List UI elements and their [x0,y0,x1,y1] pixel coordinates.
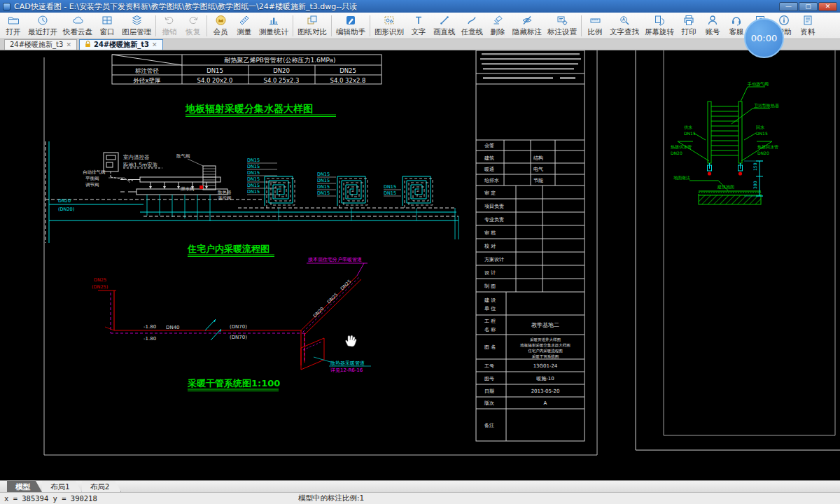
svg-text:建 设: 建 设 [484,298,496,303]
text-tool-button[interactable]: 文字 [407,13,430,38]
window-button[interactable]: 窗口 [95,13,119,38]
text-search-button[interactable]: 文字查找 [607,13,642,38]
erase-icon [492,15,503,27]
undo-button[interactable]: 撤销 [158,13,181,38]
svg-text:150: 150 [752,162,757,171]
titleblock-notes [480,53,581,79]
thermostat-label: 室内温控器 [123,154,150,160]
measure-icon [239,15,250,27]
annotation-scale-info: 模型中的标注比例:1 [298,493,364,503]
radiator-label: 卫浴型散热器 [754,103,779,108]
svg-text:S4.0 25x2.3: S4.0 25x2.3 [264,77,300,84]
doc-tab-inactive[interactable]: 24#楼暖施新_t3 ✕ [4,39,77,50]
recent-open-button[interactable]: 最近打开 [25,13,60,38]
measure-stats-button[interactable]: 测量统计 [256,13,291,38]
title-main-system: 采暖干管系统图1:100 [187,378,280,388]
svg-text:回水: 回水 [756,125,764,130]
svg-text:DN20: DN20 [273,67,290,74]
screen-rotate-button[interactable]: 屏幕旋转 [642,13,677,38]
hand-cursor [346,335,356,346]
help-icon [778,15,790,27]
window-icon [102,15,113,27]
cloud-button[interactable]: 快看云盘 [60,13,95,38]
title-manifold-detail: 地板辐射采暖分集水器大样图 [185,103,313,114]
free-line-button[interactable]: 任意线 [458,13,486,38]
svg-text:-1.80: -1.80 [144,324,156,330]
svg-text:日期: 日期 [484,388,494,394]
svg-text:DN15: DN15 [247,183,260,188]
open-button[interactable]: 打开 [1,13,25,38]
svg-text:电气: 电气 [533,167,543,172]
svg-text:平衡阀: 平衡阀 [85,176,99,181]
text-search-icon [619,15,630,27]
spec-header: 耐热聚乙烯PB管管材(公称压力1.6MPa) [224,57,335,64]
job-number: 13G01-24 [533,363,558,369]
svg-text:图号: 图号 [484,376,494,382]
svg-text:专业负责: 专业负责 [484,217,504,223]
svg-text:DN40: DN40 [166,325,180,330]
toolbar-divider [155,15,156,36]
tab-layout2[interactable]: 布局2 [82,481,122,492]
svg-text:泄水阀: 泄水阀 [181,186,195,192]
svg-text:项目负责: 项目负责 [484,204,504,209]
svg-text:A: A [544,400,547,406]
scale-button[interactable]: 比例 [583,13,607,38]
vip-button[interactable]: 会员 [209,13,232,38]
svg-text:(DN20): (DN20) [58,206,74,212]
shape-recognize-button[interactable]: 图形识别 [372,13,407,38]
svg-text:备注: 备注 [484,422,494,428]
annotation-settings-button[interactable]: 标注设置 [545,13,580,38]
measure-stats-icon [268,15,279,27]
main-toolbar: 打开 最近打开 快看云盘 窗口 图层管理 撤销 恢复 会员 测量 测量统计 [0,13,840,39]
svg-text:方案设计: 方案设计 [484,256,504,262]
toolbar-divider [206,15,207,36]
svg-text:设 计: 设 计 [484,270,496,276]
redo-button[interactable]: 恢复 [181,13,205,38]
section-titles: 地板辐射采暖分集水器大样图 住宅户内采暖流程图 采暖干管系统图1:100 [185,103,336,391]
tab-close-icon[interactable]: ✕ [152,41,158,48]
edit-assistant-button[interactable]: 编辑助手 [333,13,368,38]
layout-tab-bar: 模型 布局1 布局2 [0,480,840,492]
svg-text:S4.0 32x2.8: S4.0 32x2.8 [330,77,366,84]
svg-text:建筑: 建筑 [484,155,494,161]
undo-icon [164,15,175,27]
app-icon [3,3,10,10]
svg-text:审 核: 审 核 [484,230,496,236]
svg-text:DN15: DN15 [317,172,330,177]
free-line-icon [466,15,477,27]
layer-manager-button[interactable]: 图层管理 [119,13,154,38]
svg-text:外径x壁厚: 外径x壁厚 [133,77,160,84]
maximize-button[interactable]: ▢ [799,2,818,11]
tab-model[interactable]: 模型 [7,481,42,492]
tab-layout1[interactable]: 布局1 [42,481,82,492]
print-button[interactable]: 打印 [677,13,701,38]
measure-button[interactable]: 测量 [232,13,256,38]
service-icon [731,15,742,27]
cursor-coordinates: x = 385394 y = 390218 [4,494,235,503]
svg-text:节能: 节能 [533,178,543,183]
svg-text:(DN25): (DN25) [92,284,108,290]
svg-text:DN15: DN15 [247,176,260,182]
svg-text:散热器采暖管道: 散热器采暖管道 [330,360,365,366]
account-button[interactable]: 账号 [701,13,724,38]
hide-annotation-button[interactable]: 隐藏标注 [510,13,545,38]
draw-line-button[interactable]: 画直线 [430,13,458,38]
title-bar: CAD快速看图 - E:\安装学员下发资料新\教学图纸\教学图纸\教学图纸一\2… [0,0,840,13]
minimize-button[interactable]: — [779,2,798,11]
svg-text:DN15: DN15 [317,190,330,196]
docs-button[interactable]: 资料 [796,13,820,38]
svg-text:详见12-R6-16: 详见12-R6-16 [330,367,363,373]
vip-icon [215,15,227,27]
erase-button[interactable]: 删除 [486,13,510,38]
text-icon [413,15,424,27]
svg-text:建筑地面: 建筑地面 [717,184,734,190]
drawing-date: 2013-05-20 [531,388,560,394]
drawing-canvas[interactable]: 耐热聚乙烯PB管管材(公称压力1.6MPa) 标注管径 DN15 DN20 DN… [0,50,840,480]
doc-tab-active[interactable]: 24#楼暖施新_t3 ✕ [79,39,163,50]
drawing-compare-button[interactable]: 图纸对比 [295,13,330,38]
tab-close-icon[interactable]: ✕ [66,41,71,48]
layers-icon [131,15,143,27]
close-button[interactable]: ✕ [818,2,837,11]
account-icon [707,15,718,27]
recording-timer[interactable]: 00:00 [744,18,784,58]
